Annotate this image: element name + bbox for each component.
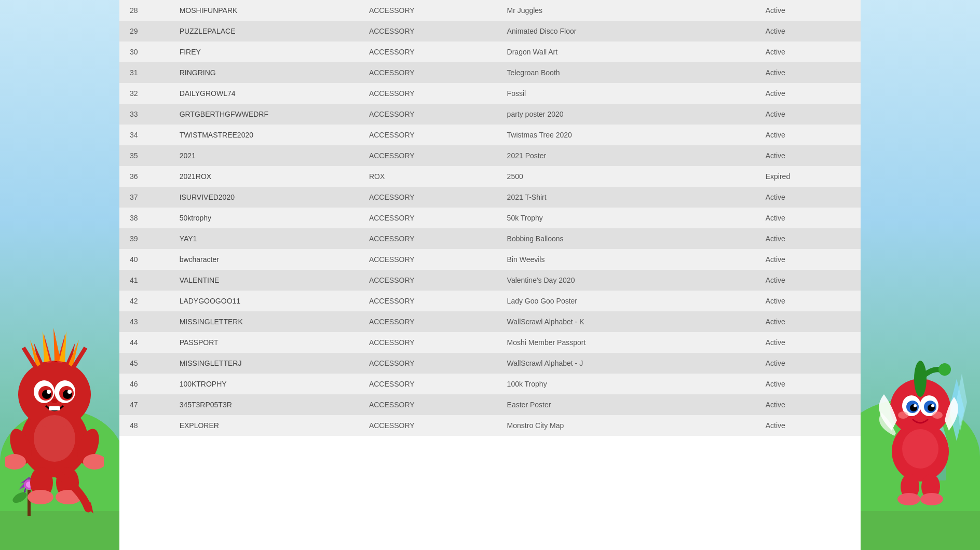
row-code: ISURVIVED2020 (171, 187, 361, 208)
row-number: 44 (119, 332, 171, 353)
row-type: ACCESSORY (361, 332, 499, 353)
svg-point-82 (902, 429, 938, 469)
row-code: MOSHIFUNPARK (171, 0, 361, 21)
row-name: Fossil (499, 83, 757, 104)
row-code: YAY1 (171, 228, 361, 249)
svg-point-81 (932, 411, 943, 419)
svg-point-86 (920, 493, 943, 505)
row-name: Lady Goo Goo Poster (499, 291, 757, 311)
svg-point-53 (51, 399, 58, 403)
svg-point-62 (28, 490, 53, 504)
row-type: ACCESSORY (361, 415, 499, 436)
svg-point-71 (938, 363, 951, 376)
svg-point-51 (67, 390, 72, 394)
row-status: Active (757, 0, 861, 21)
table-row: 47 345T3RP05T3R ACCESSORY Easter Poster … (119, 394, 861, 415)
row-code: EXPLORER (171, 415, 361, 436)
svg-point-80 (898, 411, 908, 419)
table-row: 44 PASSPORT ACCESSORY Moshi Member Passp… (119, 332, 861, 353)
row-number: 42 (119, 291, 171, 311)
row-type: ACCESSORY (361, 187, 499, 208)
row-status: Active (757, 21, 861, 42)
row-name: 50k Trophy (499, 208, 757, 228)
svg-marker-40 (43, 331, 50, 362)
row-name: Moshi Member Passport (499, 332, 757, 353)
row-code: PUZZLEPALACE (171, 21, 361, 42)
row-type: ACCESSORY (361, 374, 499, 394)
row-code: 50ktrophy (171, 208, 361, 228)
row-code: DAILYGROWL74 (171, 83, 361, 104)
row-code: 100KTROPHY (171, 374, 361, 394)
row-name: 100k Trophy (499, 374, 757, 394)
row-name: Dragon Wall Art (499, 42, 757, 62)
row-code: LADYGOOGOO11 (171, 291, 361, 311)
row-name: Bin Weevils (499, 249, 757, 270)
row-type: ACCESSORY (361, 83, 499, 104)
row-number: 47 (119, 394, 171, 415)
row-status: Expired (757, 166, 861, 187)
row-status: Active (757, 291, 861, 311)
row-name: Valentine's Day 2020 (499, 270, 757, 291)
row-code: TWISTMASTREE2020 (171, 125, 361, 145)
table-container: 28 MOSHIFUNPARK ACCESSORY Mr Juggles Act… (119, 0, 861, 436)
row-type: ACCESSORY (361, 21, 499, 42)
row-type: ACCESSORY (361, 270, 499, 291)
row-status: Active (757, 332, 861, 353)
table-row: 41 VALENTINE ACCESSORY Valentine's Day 2… (119, 270, 861, 291)
row-status: Active (757, 125, 861, 145)
row-number: 36 (119, 166, 171, 187)
table-row: 39 YAY1 ACCESSORY Bobbing Balloons Activ… (119, 228, 861, 249)
row-number: 43 (119, 311, 171, 332)
row-status: Active (757, 104, 861, 125)
svg-rect-52 (49, 406, 60, 410)
row-status: Active (757, 228, 861, 249)
row-type: ACCESSORY (361, 311, 499, 332)
row-status: Active (757, 42, 861, 62)
row-name: WallScrawl Alphabet - J (499, 353, 757, 374)
table-row: 34 TWISTMASTREE2020 ACCESSORY Twistmas T… (119, 125, 861, 145)
row-code: RINGRING (171, 62, 361, 83)
svg-point-50 (47, 390, 51, 394)
row-type: ACCESSORY (361, 208, 499, 228)
row-number: 30 (119, 42, 171, 62)
row-name: 2500 (499, 166, 757, 187)
row-type: ACCESSORY (361, 291, 499, 311)
table-row: 45 MISSINGLETTERJ ACCESSORY WallScrawl A… (119, 353, 861, 374)
row-code: 345T3RP05T3R (171, 394, 361, 415)
svg-point-65 (34, 415, 75, 462)
row-code: 2021ROX (171, 166, 361, 187)
row-code: GRTGBERTHGFWWEDRF (171, 104, 361, 125)
row-type: ACCESSORY (361, 145, 499, 166)
table-row: 33 GRTGBERTHGFWWEDRF ACCESSORY party pos… (119, 104, 861, 125)
row-number: 45 (119, 353, 171, 374)
row-status: Active (757, 83, 861, 104)
row-type: ACCESSORY (361, 104, 499, 125)
table-row: 36 2021ROX ROX 2500 Expired (119, 166, 861, 187)
row-number: 38 (119, 208, 171, 228)
row-number: 31 (119, 62, 171, 83)
row-type: ACCESSORY (361, 62, 499, 83)
row-type: ACCESSORY (361, 353, 499, 374)
table-row: 37 ISURVIVED2020 ACCESSORY 2021 T-Shirt … (119, 187, 861, 208)
svg-marker-42 (59, 331, 66, 362)
row-number: 29 (119, 21, 171, 42)
table-row: 48 EXPLORER ACCESSORY Monstro City Map A… (119, 415, 861, 436)
row-status: Active (757, 187, 861, 208)
table-row: 40 bwcharacter ACCESSORY Bin Weevils Act… (119, 249, 861, 270)
table-row: 42 LADYGOOGOO11 ACCESSORY Lady Goo Goo P… (119, 291, 861, 311)
row-code: PASSPORT (171, 332, 361, 353)
row-name: Monstro City Map (499, 415, 757, 436)
table-row: 38 50ktrophy ACCESSORY 50k Trophy Active (119, 208, 861, 228)
left-character (5, 306, 104, 524)
row-code: FIREY (171, 42, 361, 62)
row-type: ACCESSORY (361, 394, 499, 415)
codes-table: 28 MOSHIFUNPARK ACCESSORY Mr Juggles Act… (119, 0, 861, 436)
row-number: 32 (119, 83, 171, 104)
row-type: ACCESSORY (361, 228, 499, 249)
row-code: bwcharacter (171, 249, 361, 270)
table-row: 32 DAILYGROWL74 ACCESSORY Fossil Active (119, 83, 861, 104)
row-type: ACCESSORY (361, 249, 499, 270)
row-name: Easter Poster (499, 394, 757, 415)
row-status: Active (757, 62, 861, 83)
row-code: MISSINGLETTERK (171, 311, 361, 332)
